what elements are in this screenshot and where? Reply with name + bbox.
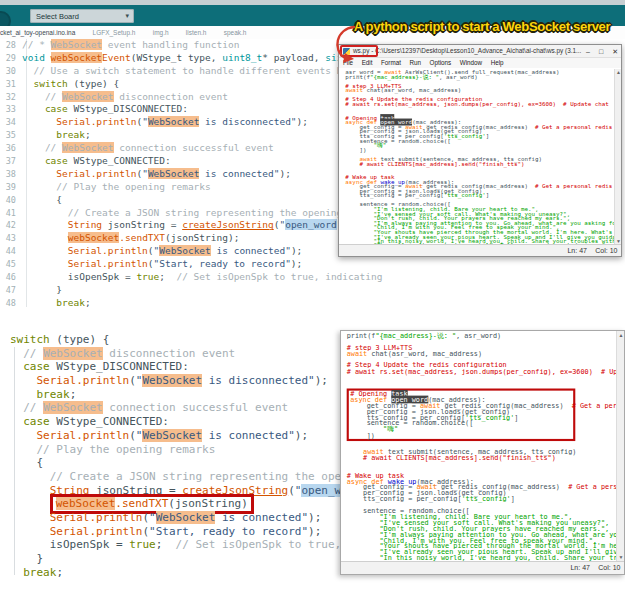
code-line: 45 Serial.println("Start, ready to recor… — [0, 258, 625, 271]
close-button[interactable]: ✕ — [612, 48, 618, 56]
editor-tab[interactable]: cket_ai_toy-openai.ino.ina — [0, 29, 75, 36]
editor-tab[interactable]: img.h — [153, 29, 169, 36]
code-line: 47 } — [0, 284, 625, 297]
scroll-down-icon[interactable]: ▼ — [617, 554, 625, 560]
idle-status-bar: Ln: 47 Col: 10 — [341, 561, 624, 574]
editor-tab[interactable]: speak.h — [224, 29, 247, 36]
line-number: 48 — [0, 297, 22, 310]
code-line: ]) — [350, 432, 572, 438]
menu-item[interactable]: Run — [409, 59, 421, 66]
python-idle-window: ws.py - C:\Users\12397\Desktop\Lesson10_… — [338, 44, 622, 257]
line-number: 32 — [0, 91, 22, 104]
code-line: 48 break; — [0, 297, 625, 310]
annotation-text: A python script to start a WebSocket ser… — [341, 19, 623, 34]
code-line — [347, 380, 616, 386]
menu-item[interactable]: Format — [381, 59, 401, 66]
maximize-button[interactable]: □ — [599, 48, 603, 55]
idle-code-area[interactable]: asr_word = await AsrWsClient().send_full… — [339, 69, 614, 244]
menu-item[interactable]: Help — [491, 59, 504, 66]
idle-status-bar: Ln: 47 Col: 10 — [339, 244, 621, 256]
line-number: 46 — [0, 271, 22, 284]
line-number: 37 — [0, 155, 22, 168]
line-number: 40 — [0, 194, 22, 207]
minimize-button[interactable]: – — [586, 48, 590, 55]
menu-item[interactable]: Options — [430, 59, 452, 66]
chevron-down-icon: ▾ — [125, 12, 129, 20]
editor-tab[interactable]: listen.h — [186, 29, 207, 36]
scroll-up-icon[interactable]: ▲ — [615, 69, 622, 75]
line-number: 45 — [0, 258, 22, 271]
line-number: 33 — [0, 103, 22, 116]
line-number: 29 — [0, 52, 22, 65]
menu-item[interactable]: Window — [460, 59, 482, 66]
line-number: 35 — [0, 129, 22, 142]
code-line: 46 isOpenSpk = true; // Set isOpenSpk to… — [0, 271, 625, 284]
code-line: # await rs.set(mac_address, json.dumps(p… — [347, 368, 616, 374]
line-number: 43 — [0, 232, 22, 245]
zoomed-python-panel: print(f"{mac_address}-说: ", asr_word) # … — [340, 330, 625, 575]
idle-title-bar[interactable]: ws.py - C:\Users\12397\Desktop\Lesson10_… — [339, 45, 621, 58]
line-number: 38 — [0, 168, 22, 181]
line-number: 34 — [0, 116, 22, 129]
board-selector-label: Select Board — [30, 12, 108, 20]
annotation-arrow — [330, 22, 362, 64]
menu-item[interactable]: Edit — [362, 59, 373, 66]
code-line: # await rs.set(mac_address, json.dumps(p… — [345, 102, 614, 107]
line-number: 36 — [0, 142, 22, 155]
status-col: Col: 10 — [598, 562, 620, 573]
line-number: 39 — [0, 181, 22, 194]
status-col: Col: 10 — [595, 245, 617, 256]
screenshot-root: Select Board ▾ cket_ai_toy-openai.ino.in… — [0, 0, 625, 589]
red-box-highlight: # Opening taskasync def open_word(mac_ad… — [347, 388, 576, 441]
line-number: 28 — [0, 39, 22, 52]
board-selector-dropdown[interactable]: Select Board ▾ — [30, 9, 134, 23]
scrollbar[interactable]: ▲ ▼ — [616, 331, 624, 561]
line-number: 31 — [0, 78, 22, 91]
line-number: 44 — [0, 245, 22, 258]
line-number: 42 — [0, 219, 22, 232]
idle-window-title: ws.py - C:\Users\12397\Desktop\Lesson10_… — [353, 45, 609, 58]
line-number: 41 — [0, 207, 22, 220]
zoomed-python-code-area[interactable]: print(f"{mac_address}-说: ", asr_word) # … — [341, 331, 616, 561]
line-number: 30 — [0, 65, 22, 78]
idle-menu-bar: FileEditFormatRunOptionsWindowHelp — [339, 58, 621, 68]
status-line: Ln: 47 — [570, 562, 589, 573]
scroll-up-icon[interactable]: ▲ — [617, 332, 625, 338]
status-line: Ln: 47 — [567, 245, 586, 256]
editor-tab[interactable]: LGFX_Setup.h — [93, 29, 136, 36]
line-number: 47 — [0, 284, 22, 297]
scrollbar[interactable]: ▲ ▼ — [614, 69, 621, 244]
